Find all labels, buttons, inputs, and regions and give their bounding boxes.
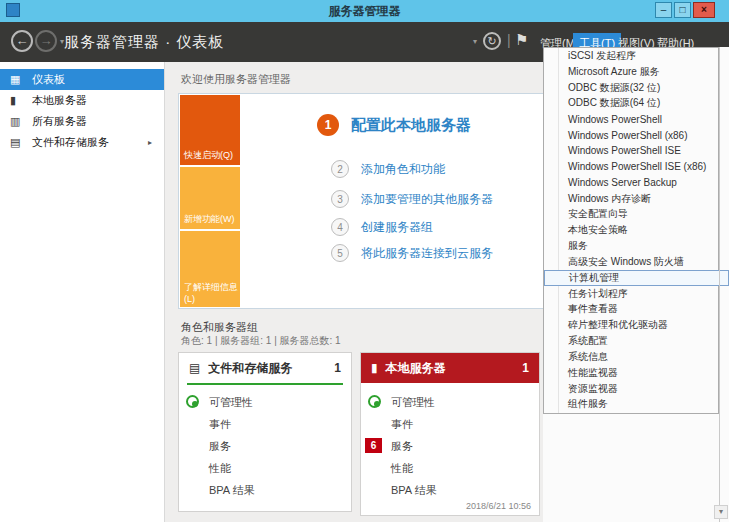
ok-status-icon [186,395,199,408]
sidebar-item-dashboard[interactable]: ▦ 仪表板 [0,69,164,90]
tile-row-services[interactable]: 服务 [179,435,351,457]
tools-item-server-backup[interactable]: Windows Server Backup [544,175,718,191]
tools-item-powershell-ise[interactable]: Windows PowerShell ISE [544,143,718,159]
server-manager-window: 服务器管理器 – □ × ← → ▾ 服务器管理器 · 仪表板 ▾ ↻ | ⚑ … [0,0,729,522]
step-number: 3 [331,190,349,208]
forward-button[interactable]: → [35,30,57,52]
sidebar-item-label: 文件和存储服务 [32,135,109,150]
tools-item-event-viewer[interactable]: 事件查看器 [544,302,718,318]
step-add-roles[interactable]: 2 添加角色和功能 [331,160,445,178]
step-configure-server[interactable]: 1 配置此本地服务器 [317,114,471,136]
tools-item-system-info[interactable]: 系统信息 [544,349,718,365]
panel-divider [719,47,720,522]
tile-row-performance[interactable]: 性能 [179,457,351,479]
tools-item-iscsi[interactable]: iSCSI 发起程序 [544,48,718,64]
tile-row-bpa[interactable]: BPA 结果 [361,479,539,501]
tools-item-memory-diagnostic[interactable]: Windows 内存诊断 [544,191,718,207]
refresh-icon[interactable]: ↻ [483,32,501,50]
step-number: 4 [331,218,349,236]
tools-item-services[interactable]: 服务 [544,238,718,254]
file-storage-tile-icon: ▤ [189,361,200,375]
roles-section-summary: 角色: 1 | 服务器组: 1 | 服务器总数: 1 [181,334,341,348]
tools-item-firewall[interactable]: 高级安全 Windows 防火墙 [544,254,718,270]
tile-row-performance[interactable]: 性能 [361,457,539,479]
tab-learn-more[interactable]: 了解详细信息(L) [180,231,240,307]
tools-item-resource-monitor[interactable]: 资源监视器 [544,381,718,397]
dashboard-icon: ▦ [10,73,32,86]
tools-menu: iSCSI 发起程序 Microsoft Azure 服务 ODBC 数据源(3… [543,47,719,414]
title-bar: 服务器管理器 – □ × [0,0,729,22]
file-storage-icon: ▤ [10,136,32,149]
quickstart-strips: 快速启动(Q) 新增功能(W) 了解详细信息(L) [180,95,240,307]
tools-item-component-services[interactable]: 组件服务 [544,397,718,413]
sidebar-item-label: 仪表板 [32,72,65,87]
tools-item-local-security-policy[interactable]: 本地安全策略 [544,222,718,238]
breadcrumb: 服务器管理器 · 仪表板 [64,33,224,52]
local-server-icon: ▮ [10,94,32,107]
step-create-group[interactable]: 4 创建服务器组 [331,218,433,236]
tile-file-storage-services: ▤ 文件和存储服务 1 可管理性 事件 服务 性能 BPA 结果 [178,352,352,512]
window-title: 服务器管理器 [0,3,729,20]
tile-header[interactable]: ▤ 文件和存储服务 1 [179,353,351,383]
tile-timestamp: 2018/6/21 10:56 [466,501,531,511]
tools-item-system-config[interactable]: 系统配置 [544,333,718,349]
tile-row-bpa[interactable]: BPA 结果 [179,479,351,501]
tools-item-powershell-ise-x86[interactable]: Windows PowerShell ISE (x86) [544,159,718,175]
tab-quick-start[interactable]: 快速启动(Q) [180,95,240,165]
scroll-down-arrow[interactable]: ▾ [714,505,728,519]
tools-dropdown-panel: iSCSI 发起程序 Microsoft Azure 服务 ODBC 数据源(3… [543,47,729,522]
sidebar: ▦ 仪表板 ▮ 本地服务器 ▥ 所有服务器 ▤ 文件和存储服务 ▸ [0,62,165,522]
tab-whats-new[interactable]: 新增功能(W) [180,167,240,229]
tools-item-task-scheduler[interactable]: 任务计划程序 [544,286,718,302]
local-server-tile-icon: ▮ [371,361,378,375]
tile-row-events[interactable]: 事件 [179,413,351,435]
sidebar-item-local-server[interactable]: ▮ 本地服务器 [0,90,164,111]
tools-item-odbc32[interactable]: ODBC 数据源(32 位) [544,80,718,96]
tile-local-server: ▮ 本地服务器 1 可管理性 事件 6 服务 性能 BPA 结果 2018/6/… [360,352,540,516]
sidebar-item-all-servers[interactable]: ▥ 所有服务器 [0,111,164,132]
ok-status-icon [368,395,381,408]
refresh-caret-icon[interactable]: ▾ [473,37,477,46]
tile-row-manageability[interactable]: 可管理性 [361,391,539,413]
tile-row-services[interactable]: 6 服务 [361,435,539,457]
services-alert-badge: 6 [365,438,382,453]
step-add-servers[interactable]: 3 添加要管理的其他服务器 [331,190,493,208]
tile-header[interactable]: ▮ 本地服务器 1 [361,353,539,383]
tools-item-azure[interactable]: Microsoft Azure 服务 [544,64,718,80]
sidebar-item-label: 本地服务器 [32,93,87,108]
roles-section-title: 角色和服务器组 [181,320,258,335]
back-button[interactable]: ← [11,30,33,52]
tools-item-computer-management[interactable]: 计算机管理 [544,270,729,286]
submenu-arrow-icon: ▸ [148,138,152,147]
notifications-flag-icon[interactable]: ⚑ [515,31,528,49]
tools-item-odbc64[interactable]: ODBC 数据源(64 位) [544,96,718,112]
tile-row-manageability[interactable]: 可管理性 [179,391,351,413]
sidebar-item-label: 所有服务器 [32,114,87,129]
tile-count: 1 [334,361,341,375]
maximize-button[interactable]: □ [674,2,691,18]
step-number: 1 [317,114,339,136]
step-number: 5 [331,244,349,262]
app-icon [6,3,20,17]
tools-item-security-config-wizard[interactable]: 安全配置向导 [544,206,718,222]
all-servers-icon: ▥ [10,115,32,128]
step-number: 2 [331,160,349,178]
tools-item-powershell-x86[interactable]: Windows PowerShell (x86) [544,127,718,143]
tools-item-performance-monitor[interactable]: 性能监视器 [544,365,718,381]
status-rule-green [187,383,343,385]
tools-item-defragment[interactable]: 碎片整理和优化驱动器 [544,317,718,333]
welcome-heading: 欢迎使用服务器管理器 [181,72,291,87]
sidebar-item-file-storage[interactable]: ▤ 文件和存储服务 ▸ [0,132,164,153]
nav-separator: | [507,32,511,48]
close-button[interactable]: × [693,2,715,18]
step-connect-cloud[interactable]: 5 将此服务器连接到云服务 [331,244,493,262]
tools-item-powershell[interactable]: Windows PowerShell [544,111,718,127]
minimize-button[interactable]: – [655,2,672,18]
tile-row-events[interactable]: 事件 [361,413,539,435]
tile-count: 1 [522,361,529,375]
